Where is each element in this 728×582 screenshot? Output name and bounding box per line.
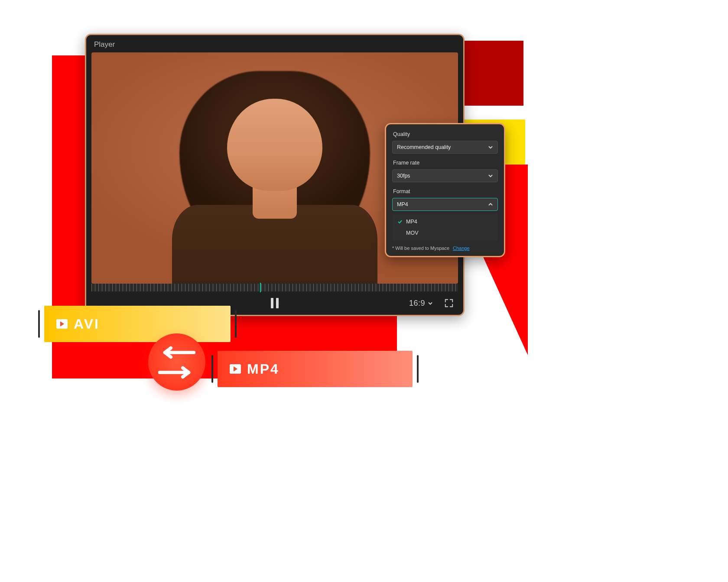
timeline-ruler[interactable] (91, 284, 458, 291)
fullscreen-button[interactable] (444, 298, 454, 308)
format-option-label: MOV (406, 230, 418, 236)
pause-button[interactable] (269, 297, 281, 309)
chip-label: AVI (74, 316, 100, 332)
format-options: MP4 MOV (392, 213, 498, 241)
fullscreen-icon (444, 298, 454, 308)
aspect-ratio-select[interactable]: 16:9 (409, 299, 433, 308)
player-title: Player (86, 35, 463, 52)
play-icon (230, 364, 241, 374)
format-label: Format (393, 188, 498, 194)
arrow-right-icon (158, 365, 195, 380)
quality-select[interactable]: Recommended quality (392, 141, 498, 154)
save-location-note: * Will be saved to Myspace Change (392, 246, 498, 251)
arrow-left-icon (158, 345, 195, 360)
check-icon (397, 219, 403, 224)
aspect-ratio-label: 16:9 (409, 299, 425, 308)
chevron-up-icon (488, 202, 493, 207)
chevron-down-icon (488, 173, 493, 178)
format-option-label: MP4 (406, 219, 417, 225)
change-location-link[interactable]: Change (453, 246, 470, 251)
export-settings-panel: Quality Recommended quality Frame rate 3… (385, 123, 505, 257)
chevron-down-icon (488, 145, 493, 150)
framerate-label: Frame rate (393, 160, 498, 166)
format-value: MP4 (397, 201, 408, 207)
convert-swap-badge (148, 333, 205, 391)
play-icon (56, 319, 68, 329)
format-option-mov[interactable]: MOV (392, 227, 498, 239)
format-chip-avi: AVI (44, 306, 231, 342)
chip-tick (211, 355, 213, 383)
quality-label: Quality (393, 131, 498, 137)
decor-darkred-block (455, 41, 523, 106)
framerate-value: 30fps (397, 173, 410, 179)
chip-tick (38, 310, 40, 338)
pause-icon (276, 298, 279, 308)
chip-tick (417, 355, 419, 383)
quality-value: Recommended quality (397, 144, 451, 150)
pause-icon (271, 298, 273, 308)
chip-tick (235, 310, 237, 338)
note-text: * Will be saved to Myspace (392, 246, 449, 251)
video-content-face (227, 99, 322, 191)
format-select[interactable]: MP4 (392, 198, 498, 211)
framerate-select[interactable]: 30fps (392, 169, 498, 182)
chip-label: MP4 (247, 361, 280, 377)
format-option-mp4[interactable]: MP4 (392, 216, 498, 227)
chevron-down-icon (428, 301, 433, 306)
format-chip-mp4: MP4 (218, 351, 413, 387)
